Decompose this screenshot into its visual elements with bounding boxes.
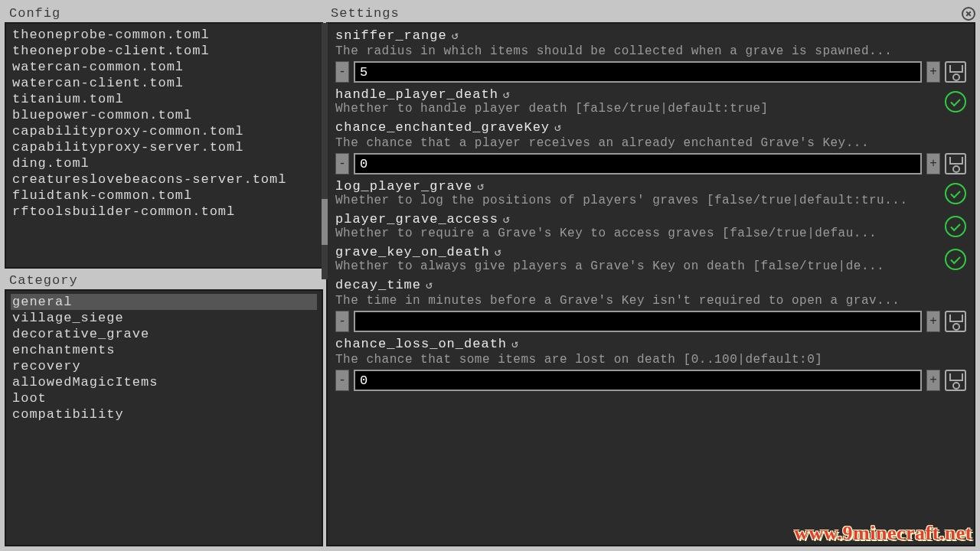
setting-title: grave_key_on_death xyxy=(335,245,490,259)
config-item[interactable]: bluepower-common.toml xyxy=(11,107,317,123)
category-header: Category xyxy=(5,272,323,289)
category-item[interactable]: recovery xyxy=(11,358,317,374)
config-item[interactable]: watercan-common.toml xyxy=(11,59,317,75)
save-icon[interactable] xyxy=(945,370,966,391)
setting-title: handle_player_death xyxy=(335,87,498,102)
settings-header: Settings xyxy=(326,5,962,22)
reset-icon[interactable]: ↺ xyxy=(495,245,501,259)
minus-button[interactable]: - xyxy=(335,370,349,391)
setting-desc: Whether to handle player death [false/tr… xyxy=(335,102,940,116)
watermark: www.9minecraft.net xyxy=(794,522,972,545)
config-scrollthumb[interactable] xyxy=(322,199,328,245)
reset-icon[interactable]: ↺ xyxy=(452,28,459,43)
save-icon[interactable] xyxy=(945,311,966,332)
settings-list: sniffer_range↺The radius in which items … xyxy=(326,22,975,546)
reset-icon[interactable]: ↺ xyxy=(503,87,510,102)
category-item[interactable]: general xyxy=(11,294,317,310)
category-item[interactable]: loot xyxy=(11,390,317,406)
setting-desc: The time in minutes before a Grave's Key… xyxy=(335,294,966,308)
value-input[interactable] xyxy=(354,61,922,83)
config-item[interactable]: titanium.toml xyxy=(11,91,317,107)
reset-icon[interactable]: ↺ xyxy=(477,179,484,194)
check-icon[interactable] xyxy=(945,183,966,204)
config-item[interactable]: creatureslovebeacons-server.toml xyxy=(11,171,317,187)
check-icon[interactable] xyxy=(945,249,966,270)
close-icon[interactable] xyxy=(962,7,975,21)
check-icon[interactable] xyxy=(945,216,966,237)
value-input[interactable] xyxy=(354,153,922,174)
setting-desc: The chance that a player receives an alr… xyxy=(335,136,966,150)
reset-icon[interactable]: ↺ xyxy=(503,212,510,227)
config-item[interactable]: rftoolsbuilder-common.toml xyxy=(11,204,317,220)
config-item[interactable]: theoneprobe-client.toml xyxy=(11,43,317,59)
reset-icon[interactable]: ↺ xyxy=(554,120,561,135)
save-icon[interactable] xyxy=(945,153,966,174)
setting-desc: Whether to log the positions of players'… xyxy=(335,194,940,207)
setting-title: chance_loss_on_death xyxy=(335,337,507,351)
setting-desc: Whether to always give players a Grave's… xyxy=(335,259,940,273)
setting-title: sniffer_range xyxy=(335,28,447,43)
minus-button[interactable]: - xyxy=(335,153,349,174)
plus-button[interactable]: + xyxy=(926,153,940,174)
category-item[interactable]: decorative_grave xyxy=(11,326,317,342)
category-item[interactable]: compatibility xyxy=(11,406,317,422)
value-input[interactable] xyxy=(354,311,922,332)
category-item[interactable]: enchantments xyxy=(11,342,317,358)
config-header: Config xyxy=(5,5,323,22)
category-item[interactable]: village_siege xyxy=(11,310,317,326)
category-list: generalvillage_siegedecorative_graveench… xyxy=(5,289,323,546)
config-item[interactable]: capabilityproxy-common.toml xyxy=(11,123,317,139)
config-list: theoneprobe-common.tomltheoneprobe-clien… xyxy=(5,22,323,269)
setting-title: player_grave_access xyxy=(335,212,498,227)
value-input[interactable] xyxy=(354,370,922,391)
category-item[interactable]: allowedMagicItems xyxy=(11,374,317,390)
setting-title: decay_time xyxy=(335,278,421,292)
minus-button[interactable]: - xyxy=(335,61,349,83)
check-icon[interactable] xyxy=(945,91,966,112)
setting-title: chance_enchanted_graveKey xyxy=(335,120,550,135)
setting-desc: The radius in which items should be coll… xyxy=(335,44,966,58)
reset-icon[interactable]: ↺ xyxy=(426,278,433,292)
config-item[interactable]: capabilityproxy-server.toml xyxy=(11,139,317,155)
config-item[interactable]: fluidtank-common.toml xyxy=(11,187,317,204)
plus-button[interactable]: + xyxy=(926,311,940,332)
plus-button[interactable]: + xyxy=(926,61,940,83)
config-item[interactable]: theoneprobe-common.toml xyxy=(11,27,317,43)
minus-button[interactable]: - xyxy=(335,311,349,332)
setting-desc: Whether to require a Grave's Key to acce… xyxy=(335,227,940,240)
config-item[interactable]: watercan-client.toml xyxy=(11,75,317,91)
reset-icon[interactable]: ↺ xyxy=(511,337,518,351)
plus-button[interactable]: + xyxy=(926,370,940,391)
save-icon[interactable] xyxy=(945,61,966,83)
setting-title: log_player_grave xyxy=(335,179,472,194)
config-item[interactable]: ding.toml xyxy=(11,155,317,171)
config-scrollbar[interactable] xyxy=(322,23,328,279)
setting-desc: The chance that some items are lost on d… xyxy=(335,353,966,367)
